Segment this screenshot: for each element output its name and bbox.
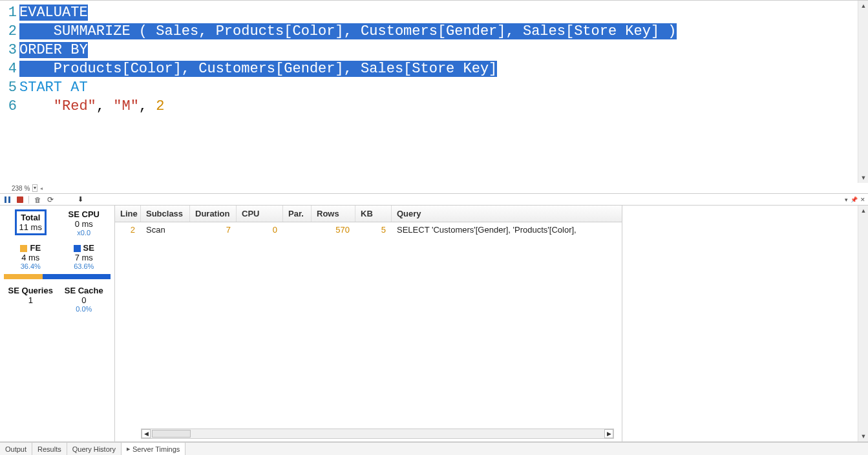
- tab-output[interactable]: Output: [0, 443, 32, 455]
- line-number: 3: [4, 41, 17, 59]
- fe-value: 4 ms: [4, 253, 58, 262]
- sequeries-value: 1: [4, 295, 58, 305]
- editor-scrollbar[interactable]: ▲ ▼: [858, 1, 868, 183]
- zoom-dropdown-icon[interactable]: ▾: [32, 184, 37, 192]
- se-swatch-icon: [74, 245, 81, 252]
- fe-bar-segment: [4, 274, 43, 279]
- col-rows[interactable]: Rows: [312, 206, 355, 222]
- results-toolbar: ▾ 📌 ✕: [0, 194, 868, 206]
- scroll-up-icon[interactable]: ▲: [858, 1, 868, 11]
- refresh-icon[interactable]: [46, 195, 55, 204]
- table-row[interactable]: 2Scan705705SELECT 'Customers'[Gender], '…: [115, 222, 622, 237]
- code-line[interactable]: 2 SUMMARIZE ( Sales, Products[Color], Cu…: [4, 22, 863, 41]
- total-value: 11 ms: [19, 222, 42, 232]
- tab-results[interactable]: Results: [32, 443, 67, 455]
- secpu-sub: x0.0: [58, 229, 111, 237]
- line-number: 4: [4, 59, 17, 78]
- panel-menu-icon[interactable]: ▾: [845, 196, 848, 203]
- table-cell: 5: [355, 222, 392, 237]
- hscroll-left-icon[interactable]: ◂: [40, 185, 43, 191]
- sequeries-label: SE Queries: [4, 286, 58, 295]
- active-tab-marker-icon: ▶: [127, 447, 130, 452]
- col-line[interactable]: Line: [115, 206, 141, 222]
- pause-icon[interactable]: [3, 195, 12, 204]
- col-par[interactable]: Par.: [283, 206, 312, 222]
- hscroll-right-icon[interactable]: ▶: [604, 429, 613, 438]
- total-time-box: Total 11 ms: [15, 209, 47, 235]
- query-editor[interactable]: 1EVALUATE2 SUMMARIZE ( Sales, Products[C…: [0, 1, 868, 183]
- se-query-grid: Line Subclass Duration CPU Par. Rows KB …: [115, 206, 622, 441]
- secache-value: 0: [58, 295, 111, 305]
- total-label: Total: [19, 213, 42, 222]
- fe-swatch-icon: [20, 245, 27, 252]
- hscroll-thumb[interactable]: [152, 430, 191, 438]
- export-icon[interactable]: [76, 195, 85, 204]
- table-cell: [283, 222, 312, 237]
- line-number: 5: [4, 78, 17, 97]
- scroll-down-icon[interactable]: ▼: [858, 431, 868, 441]
- table-cell: SELECT 'Customers'[Gender], 'Products'[C…: [392, 222, 622, 237]
- code-line[interactable]: 3ORDER BY: [4, 41, 863, 59]
- timing-stats: Total 11 ms SE CPU 0 ms x0.0 FE 4 ms 36.…: [0, 206, 115, 441]
- col-query[interactable]: Query: [392, 206, 622, 222]
- col-duration[interactable]: Duration: [190, 206, 237, 222]
- query-editor-pane: 1EVALUATE2 SUMMARIZE ( Sales, Products[C…: [0, 0, 868, 194]
- scroll-up-icon[interactable]: ▲: [858, 206, 868, 216]
- line-number: 6: [4, 97, 17, 116]
- code-line[interactable]: 1EVALUATE: [4, 3, 863, 22]
- secpu-value: 0 ms: [58, 219, 111, 229]
- tab-server-timings[interactable]: ▶Server Timings: [122, 443, 185, 455]
- editor-status-bar: 238 % ▾ ◂: [0, 183, 868, 193]
- fe-pct: 36.4%: [4, 262, 58, 270]
- col-subclass[interactable]: Subclass: [141, 206, 190, 222]
- tab-query-history[interactable]: Query History: [67, 443, 122, 455]
- hscroll-left-icon[interactable]: ◀: [142, 429, 151, 438]
- table-cell: 2: [115, 222, 141, 237]
- se-value: 7 ms: [58, 253, 111, 262]
- pin-icon[interactable]: 📌: [851, 196, 858, 203]
- table-cell: 570: [312, 222, 355, 237]
- zoom-level[interactable]: 238 %: [12, 185, 30, 192]
- table-cell: 7: [190, 222, 237, 237]
- query-detail-panel: ▲ ▼: [622, 206, 868, 441]
- grid-hscrollbar[interactable]: ◀ ▶: [141, 429, 614, 439]
- table-cell: Scan: [141, 222, 190, 237]
- se-label: SE: [83, 243, 94, 253]
- code-line[interactable]: 5START AT: [4, 78, 863, 97]
- table-cell: 0: [237, 222, 283, 237]
- record-icon[interactable]: [16, 195, 25, 204]
- server-timings-pane: Total 11 ms SE CPU 0 ms x0.0 FE 4 ms 36.…: [0, 206, 868, 442]
- fe-label: FE: [30, 243, 41, 253]
- col-cpu[interactable]: CPU: [237, 206, 283, 222]
- col-kb[interactable]: KB: [355, 206, 392, 222]
- clear-icon[interactable]: [33, 195, 42, 204]
- secache-label: SE Cache: [58, 286, 111, 295]
- se-pct: 63.6%: [58, 262, 111, 270]
- se-bar-segment: [43, 274, 111, 279]
- line-number: 2: [4, 22, 17, 41]
- line-number: 1: [4, 3, 17, 22]
- grid-header-row: Line Subclass Duration CPU Par. Rows KB …: [115, 206, 622, 222]
- scroll-down-icon[interactable]: ▼: [858, 173, 868, 183]
- bottom-tab-strip: Output Results Query History ▶Server Tim…: [0, 442, 868, 455]
- close-panel-icon[interactable]: ✕: [860, 196, 865, 203]
- secpu-label: SE CPU: [58, 209, 111, 219]
- code-line[interactable]: 4 Products[Color], Customers[Gender], Sa…: [4, 59, 863, 78]
- code-line[interactable]: 6 "Red", "M", 2: [4, 97, 863, 116]
- detail-scrollbar[interactable]: ▲ ▼: [858, 206, 868, 441]
- secache-sub: 0.0%: [58, 305, 111, 313]
- fe-se-bar: [4, 274, 111, 279]
